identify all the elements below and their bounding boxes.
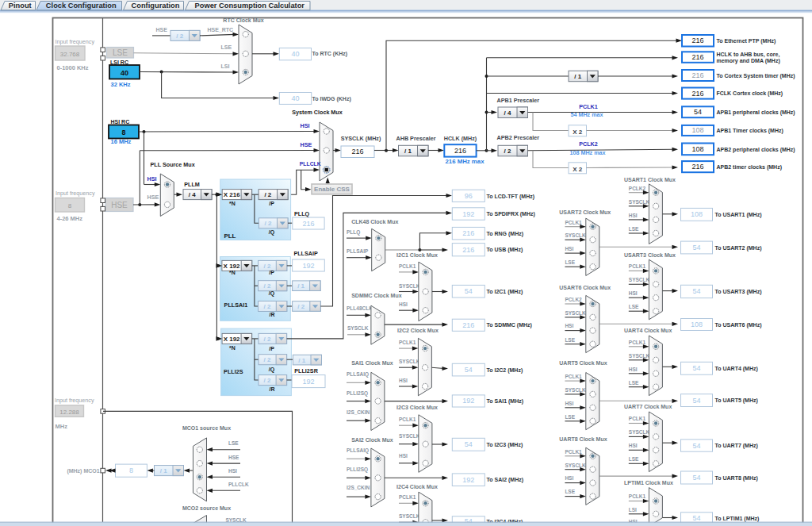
- svg-text:54: 54: [694, 108, 702, 116]
- svg-text:LSE: LSE: [228, 440, 239, 446]
- svg-text:216 MHz max: 216 MHz max: [446, 158, 485, 165]
- svg-text:MCO1 source Mux: MCO1 source Mux: [182, 425, 231, 431]
- svg-text:PLLSAIP: PLLSAIP: [347, 248, 369, 254]
- svg-text:HSE: HSE: [156, 27, 168, 33]
- svg-text:SAI1 Clock Mux: SAI1 Clock Mux: [351, 360, 393, 366]
- svg-text:HSI: HSI: [565, 475, 573, 481]
- svg-text:SYSCLK: SYSCLK: [565, 310, 586, 316]
- svg-text:PLLI2S: PLLI2S: [224, 368, 243, 375]
- svg-text:PCLK1: PCLK1: [565, 220, 582, 225]
- svg-text:12.288: 12.288: [59, 409, 79, 416]
- svg-text:X 192: X 192: [224, 263, 240, 270]
- svg-text:MHz: MHz: [56, 423, 68, 430]
- svg-text:PLLQ: PLLQ: [294, 210, 310, 217]
- svg-text:Input frequency: Input frequency: [56, 38, 95, 45]
- svg-text:HSI: HSI: [228, 468, 237, 474]
- svg-text:216: 216: [691, 36, 703, 44]
- svg-text:216: 216: [691, 53, 703, 61]
- svg-text:PCLK1: PCLK1: [579, 103, 598, 110]
- svg-text:0-1000 KHz: 0-1000 KHz: [57, 64, 89, 71]
- svg-text:LSE: LSE: [113, 48, 128, 57]
- svg-text:X 216: X 216: [224, 191, 240, 198]
- svg-text:HSI: HSI: [399, 378, 408, 383]
- svg-text:108 MHz max: 108 MHz max: [569, 149, 605, 156]
- svg-text:/ 1: / 1: [160, 467, 167, 474]
- svg-text:108: 108: [691, 126, 703, 134]
- svg-text:HSI: HSI: [565, 323, 573, 328]
- svg-text:UART7 Clock Mux: UART7 Clock Mux: [624, 404, 672, 409]
- svg-text:SYSCLK: SYSCLK: [565, 232, 586, 238]
- svg-text:54: 54: [465, 440, 473, 448]
- svg-text:I2C1 Clock Mux: I2C1 Clock Mux: [396, 252, 438, 258]
- svg-text:/Q: /Q: [269, 367, 275, 373]
- svg-text:LSE: LSE: [565, 259, 575, 265]
- svg-text:PCLK1: PCLK1: [565, 449, 582, 455]
- svg-text:To SDMMC (MHz): To SDMMC (MHz): [487, 322, 532, 328]
- svg-text:/P: /P: [269, 201, 274, 206]
- svg-text:/ 1: / 1: [297, 282, 304, 290]
- svg-text:/ 2: / 2: [264, 356, 271, 363]
- svg-text:To SPDIFRX (MHz): To SPDIFRX (MHz): [487, 211, 535, 217]
- svg-text:X 2: X 2: [573, 129, 583, 136]
- svg-text:RTC Clock Mux: RTC Clock Mux: [223, 17, 263, 23]
- svg-text:/ 2: / 2: [263, 263, 270, 270]
- svg-text:/ 2: / 2: [264, 191, 271, 198]
- svg-text:192: 192: [462, 476, 474, 484]
- svg-text:54: 54: [692, 364, 700, 372]
- svg-text:I2C3 Clock Mux: I2C3 Clock Mux: [396, 405, 438, 410]
- svg-text:/ 2: / 2: [176, 33, 183, 40]
- svg-text:To USART1 (MHz): To USART1 (MHz): [715, 212, 762, 218]
- svg-text:/ 4: / 4: [504, 109, 511, 117]
- svg-text:PLLSAIQ: PLLSAIQ: [347, 447, 369, 454]
- svg-text:LSE: LSE: [629, 226, 639, 232]
- svg-text:To SAI2 (MHz): To SAI2 (MHz): [487, 477, 524, 483]
- svg-text:To RTC (KHz): To RTC (KHz): [312, 51, 348, 57]
- svg-text:108: 108: [691, 321, 703, 328]
- svg-text:40: 40: [121, 69, 128, 77]
- svg-text:Pinout: Pinout: [9, 2, 32, 10]
- svg-text:To I2C2 (MHz): To I2C2 (MHz): [487, 367, 523, 374]
- svg-text:/R: /R: [270, 386, 275, 392]
- svg-text:LSE: LSE: [221, 44, 232, 50]
- svg-text:To USB (MHz): To USB (MHz): [487, 247, 523, 253]
- svg-text:To USART2 (MHz): To USART2 (MHz): [715, 245, 762, 251]
- svg-text:To RNG (MHz): To RNG (MHz): [487, 231, 524, 237]
- svg-text:Power Consumption Calculator: Power Consumption Calculator: [195, 2, 305, 10]
- svg-text:LSE: LSE: [565, 489, 575, 494]
- svg-text:PLLCLK: PLLCLK: [228, 482, 249, 487]
- svg-text:LSE: LSE: [629, 380, 639, 386]
- svg-text:APB2 Prescaler: APB2 Prescaler: [497, 134, 540, 141]
- svg-text:APB1 Prescaler: APB1 Prescaler: [497, 97, 540, 104]
- svg-text:192: 192: [462, 210, 474, 218]
- svg-text:SYSCLK: SYSCLK: [629, 353, 650, 359]
- svg-text:memory and DMA (MHz): memory and DMA (MHz): [717, 58, 780, 64]
- svg-text:/ 1: / 1: [404, 148, 412, 155]
- svg-text:I2C2 Clock Mux: I2C2 Clock Mux: [397, 328, 439, 333]
- svg-text:USART2 Clock Mux: USART2 Clock Mux: [559, 209, 611, 215]
- svg-text:SYSCLK: SYSCLK: [629, 277, 650, 282]
- svg-text:APB1 peripheral clocks (MHz): APB1 peripheral clocks (MHz): [717, 109, 795, 116]
- svg-text:To USART3 (MHz): To USART3 (MHz): [715, 289, 762, 295]
- svg-text:I2S_CKIN: I2S_CKIN: [347, 409, 370, 415]
- svg-text:54: 54: [692, 244, 700, 251]
- svg-text:/ 1: / 1: [298, 357, 305, 364]
- svg-text:Configuration: Configuration: [132, 2, 180, 10]
- svg-text:HSI: HSI: [565, 401, 573, 406]
- svg-text:96: 96: [465, 192, 473, 200]
- svg-text:HSE: HSE: [147, 194, 159, 201]
- svg-text:/ 1: / 1: [574, 73, 581, 80]
- svg-text:216: 216: [462, 321, 474, 329]
- svg-text:I2S_CKIN: I2S_CKIN: [347, 485, 370, 490]
- svg-text:APB2 timer clocks (MHz): APB2 timer clocks (MHz): [717, 164, 782, 171]
- svg-text:CLK48 Clock Mux: CLK48 Clock Mux: [351, 219, 398, 225]
- svg-text:/Q: /Q: [269, 290, 275, 297]
- svg-text:HSI: HSI: [629, 290, 638, 296]
- svg-text:216: 216: [462, 246, 474, 254]
- svg-text:HSI: HSI: [629, 367, 638, 372]
- svg-text:PCLK2: PCLK2: [629, 186, 646, 191]
- svg-text:UART5 Clock Mux: UART5 Clock Mux: [559, 360, 607, 366]
- svg-text:LSE: LSE: [629, 304, 639, 309]
- svg-text:*N: *N: [229, 345, 236, 351]
- svg-text:LSE: LSE: [629, 456, 639, 462]
- svg-text:Enable CSS: Enable CSS: [314, 186, 350, 193]
